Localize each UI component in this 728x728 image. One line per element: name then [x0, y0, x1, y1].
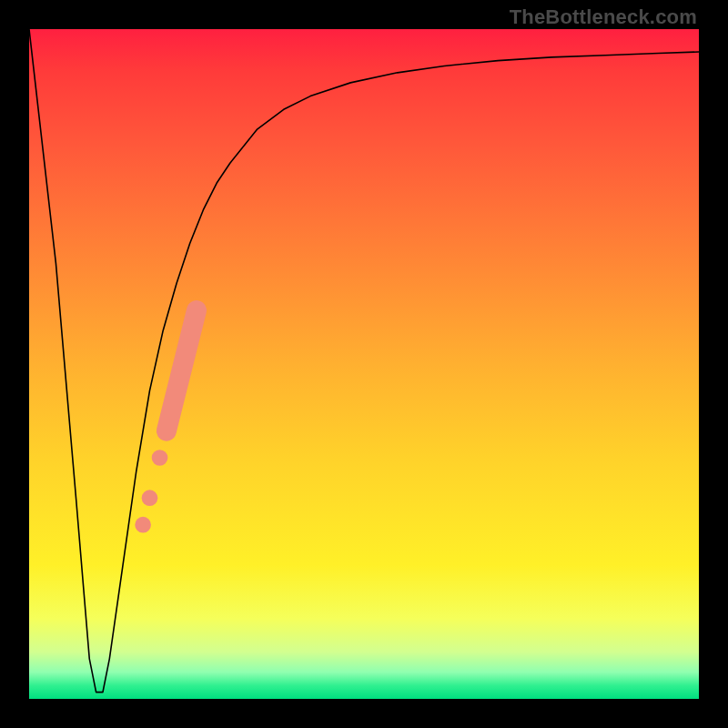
watermark-text: TheBottleneck.com: [510, 5, 697, 29]
marker-dot-2: [142, 490, 158, 506]
marker-dot-3: [152, 450, 168, 466]
chart-overlay: [29, 29, 699, 699]
marker-segment: [167, 310, 197, 430]
plot-area: [29, 29, 699, 699]
chart-frame: TheBottleneck.com: [0, 0, 728, 728]
marker-dot-1: [135, 517, 151, 533]
bottleneck-curve: [29, 29, 699, 693]
